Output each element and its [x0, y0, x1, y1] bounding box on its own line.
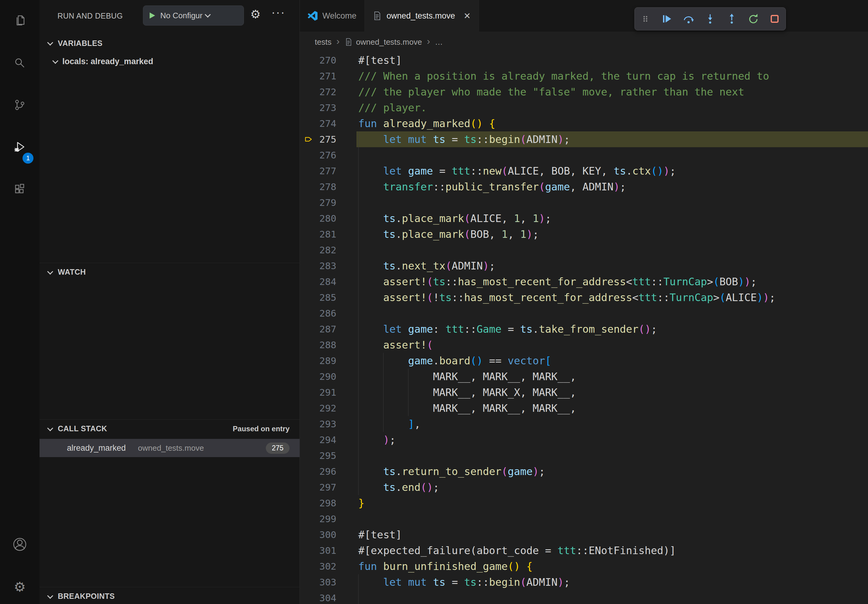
code-line[interactable]: 289 game.board() == vector[: [300, 353, 868, 369]
code-line[interactable]: 295: [300, 448, 868, 463]
debug-config-button[interactable]: No Configur: [143, 5, 244, 26]
line-number[interactable]: 284: [300, 274, 336, 290]
line-number[interactable]: 274: [300, 116, 336, 132]
code-line[interactable]: 297 ts.end();: [300, 479, 868, 495]
line-number[interactable]: 293: [300, 416, 336, 432]
code-line[interactable]: 301#[expected_failure(abort_code = ttt::…: [300, 542, 868, 558]
line-number[interactable]: 272: [300, 84, 336, 100]
line-number[interactable]: 298: [300, 495, 336, 511]
code-line[interactable]: 284 assert!(ts::has_most_recent_for_addr…: [300, 274, 868, 290]
restart-icon[interactable]: [745, 10, 762, 27]
code-line[interactable]: 302fun burn_unfinished_game() {: [300, 558, 868, 574]
extensions-icon[interactable]: [0, 168, 40, 210]
breadcrumb-item-symbol[interactable]: …: [435, 37, 443, 47]
line-number[interactable]: 291: [300, 384, 336, 400]
code-line[interactable]: 294 );: [300, 432, 868, 448]
variables-scope-row[interactable]: locals: already_marked: [40, 52, 299, 71]
breadcrumb-item-file[interactable]: owned_tests.move: [356, 37, 422, 47]
code-line[interactable]: 298}: [300, 495, 868, 511]
code-line[interactable]: 288 assert!(: [300, 337, 868, 353]
line-number[interactable]: 276: [300, 147, 336, 163]
code-line[interactable]: 275 let mut ts = ts::begin(ADMIN);: [300, 132, 868, 147]
line-number[interactable]: 287: [300, 321, 336, 337]
code-line[interactable]: 283 ts.next_tx(ADMIN);: [300, 258, 868, 274]
call-stack-section-header[interactable]: CALL STACK Paused on entry: [40, 420, 299, 438]
step-out-icon[interactable]: [723, 10, 740, 27]
close-tab-icon[interactable]: ✕: [463, 11, 471, 21]
watch-section-header[interactable]: WATCH: [40, 263, 299, 281]
line-number[interactable]: 294: [300, 432, 336, 448]
line-number[interactable]: 292: [300, 400, 336, 416]
debug-settings-gear-icon[interactable]: ⚙: [250, 9, 260, 20]
code-line[interactable]: 299: [300, 511, 868, 527]
line-number[interactable]: 302: [300, 558, 336, 574]
line-number[interactable]: 288: [300, 337, 336, 353]
code-line[interactable]: 278 transfer::public_transfer(game, ADMI…: [300, 179, 868, 195]
stop-icon[interactable]: [766, 10, 783, 27]
toolbar-drag-grip-icon[interactable]: [637, 10, 654, 27]
code-editor[interactable]: 270#[test]271/// When a position is alre…: [300, 52, 868, 604]
code-line[interactable]: 277 let game = ttt::new(ALICE, BOB, KEY,…: [300, 163, 868, 179]
code-line[interactable]: 290 MARK__, MARK__, MARK__,: [300, 369, 868, 384]
run-and-debug-icon[interactable]: 1: [0, 126, 40, 168]
line-number[interactable]: 280: [300, 211, 336, 226]
code-line[interactable]: 286: [300, 305, 868, 321]
line-number[interactable]: 271: [300, 68, 336, 84]
tab-owned-tests-move[interactable]: owned_tests.move ✕: [365, 0, 479, 32]
code-line[interactable]: 281 ts.place_mark(BOB, 1, 1);: [300, 226, 868, 242]
line-number[interactable]: 279: [300, 195, 336, 211]
tab-welcome[interactable]: Welcome: [300, 0, 365, 32]
code-line[interactable]: 291 MARK__, MARK_X, MARK__,: [300, 384, 868, 400]
breadcrumb-item-tests[interactable]: tests: [315, 37, 332, 47]
line-number[interactable]: 281: [300, 226, 336, 242]
line-number[interactable]: 277: [300, 163, 336, 179]
more-actions-icon[interactable]: ···: [271, 5, 285, 19]
line-number[interactable]: 297: [300, 479, 336, 495]
call-stack-frame-row[interactable]: already_marked owned_tests.move 275: [40, 439, 299, 457]
line-number[interactable]: 295: [300, 448, 336, 463]
search-icon[interactable]: [0, 42, 40, 84]
code-line[interactable]: 272/// the player who made the "false" m…: [300, 84, 868, 100]
line-number[interactable]: 278: [300, 179, 336, 195]
settings-gear-icon[interactable]: ⚙: [0, 573, 40, 601]
line-number[interactable]: 301: [300, 542, 336, 558]
line-number[interactable]: 300: [300, 527, 336, 542]
account-icon[interactable]: [0, 531, 40, 558]
code-line[interactable]: 303 let mut ts = ts::begin(ADMIN);: [300, 574, 868, 590]
explorer-icon[interactable]: [0, 0, 40, 42]
line-number[interactable]: 296: [300, 463, 336, 479]
code-line[interactable]: 292 MARK__, MARK__, MARK__,: [300, 400, 868, 416]
line-number[interactable]: 282: [300, 242, 336, 258]
step-over-icon[interactable]: [680, 10, 697, 27]
line-number[interactable]: 283: [300, 258, 336, 274]
code-line[interactable]: 271/// When a position is already marked…: [300, 68, 868, 84]
code-line[interactable]: 280 ts.place_mark(ALICE, 1, 1);: [300, 211, 868, 226]
code-line[interactable]: 293 ],: [300, 416, 868, 432]
line-number[interactable]: 290: [300, 369, 336, 384]
line-number[interactable]: 286: [300, 305, 336, 321]
line-number[interactable]: 270: [300, 52, 336, 68]
code-line[interactable]: 273/// player.: [300, 100, 868, 116]
line-number[interactable]: 285: [300, 290, 336, 305]
line-number[interactable]: 273: [300, 100, 336, 116]
code-line[interactable]: 304: [300, 590, 868, 604]
breakpoints-section-header[interactable]: BREAKPOINTS: [40, 587, 299, 604]
code-line[interactable]: 279: [300, 195, 868, 211]
step-into-icon[interactable]: [702, 10, 719, 27]
line-number[interactable]: 303: [300, 574, 336, 590]
code-line[interactable]: 300#[test]: [300, 527, 868, 542]
code-line[interactable]: 296 ts.return_to_sender(game);: [300, 463, 868, 479]
code-line[interactable]: 287 let game: ttt::Game = ts.take_from_s…: [300, 321, 868, 337]
variables-section-header[interactable]: VARIABLES: [40, 34, 299, 52]
continue-icon[interactable]: [659, 10, 676, 27]
code-line[interactable]: 282: [300, 242, 868, 258]
code-line[interactable]: 285 assert!(!ts::has_most_recent_for_add…: [300, 290, 868, 305]
line-number[interactable]: 289: [300, 353, 336, 369]
code-line[interactable]: 276: [300, 147, 868, 163]
line-number[interactable]: 304: [300, 590, 336, 604]
code-line[interactable]: 274fun already_marked() {: [300, 116, 868, 132]
line-number[interactable]: 275: [300, 132, 336, 147]
line-number[interactable]: 299: [300, 511, 336, 527]
source-control-icon[interactable]: [0, 84, 40, 126]
code-line[interactable]: 270#[test]: [300, 52, 868, 68]
